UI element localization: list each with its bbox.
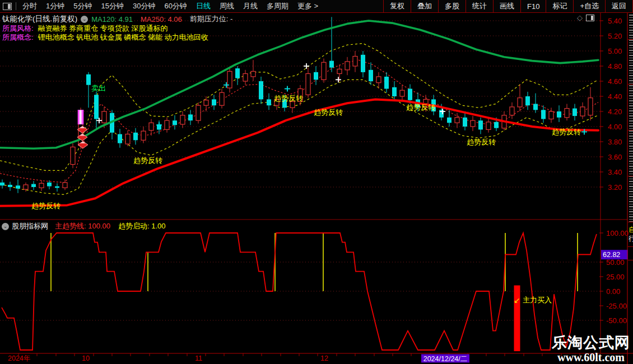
period-tab[interactable]: 日线	[192, 0, 215, 12]
candle	[541, 110, 546, 119]
chart-annotation: 趋势反转	[31, 202, 60, 210]
period-tab[interactable]: 更多 >	[293, 0, 323, 12]
chevron-down-icon[interactable]: ⌄	[81, 16, 88, 23]
date-label: 2024年	[8, 354, 30, 362]
toolbar-button[interactable]: F10	[520, 0, 546, 12]
strip-char-2[interactable]: 行	[629, 234, 633, 244]
candle	[549, 111, 553, 119]
price-tick-label: 4.80	[608, 62, 622, 71]
candle	[204, 100, 208, 105]
candle	[478, 120, 483, 129]
period-tab[interactable]: 30分钟	[128, 0, 160, 12]
watermark-url: www.60lt.com	[550, 351, 632, 363]
chart-annotation: 趋势反转	[314, 108, 343, 116]
toolbar-button[interactable]: 叠加	[411, 0, 438, 12]
toolbar-button[interactable]: 统计	[466, 0, 493, 12]
candle	[533, 104, 538, 110]
selected-date-text: 2024/12/24/二	[423, 355, 468, 363]
candle	[235, 68, 240, 78]
candle	[24, 185, 28, 189]
candle	[8, 185, 12, 187]
candle	[259, 81, 263, 99]
toolbar-button[interactable]: 标记	[546, 0, 573, 12]
candle	[31, 184, 36, 187]
toolbar-buttons: 复权叠加多股统计画线F10标记+自选返回	[383, 0, 633, 12]
chart-annotation: 趋势反转	[552, 128, 581, 136]
candle	[447, 118, 452, 123]
candle	[133, 133, 138, 141]
candle	[267, 99, 271, 105]
toolbar-divider	[16, 2, 16, 10]
period-tab[interactable]: 5分钟	[69, 0, 96, 12]
buy-arrow-icon: ↙	[514, 296, 520, 305]
candle	[243, 74, 248, 82]
candle	[361, 55, 365, 72]
indicator-tick-label: -50.00	[606, 316, 627, 325]
candle	[525, 96, 530, 105]
candle	[486, 122, 491, 130]
top-toolbar: 分时1分钟5分钟15分钟30分钟60分钟日线周线月线多周期更多 > 复权叠加多股…	[0, 0, 633, 13]
period-tab[interactable]: 15分钟	[96, 0, 128, 12]
candle	[557, 111, 561, 118]
price-tick-label: 3.80	[608, 138, 622, 146]
candle	[376, 77, 381, 83]
candle	[0, 183, 4, 185]
candle	[565, 109, 569, 118]
period-tab[interactable]: 60分钟	[160, 0, 191, 12]
candle	[510, 107, 514, 115]
window-split-icon[interactable]	[3, 3, 12, 10]
toolbar-button[interactable]: +自选	[573, 0, 605, 12]
candle	[63, 183, 67, 188]
pressure-level: 前期压力位: -	[190, 14, 233, 24]
strip-divider	[628, 260, 633, 260]
candle	[180, 115, 185, 124]
chart-canvas[interactable]: 5.405.205.004.804.604.404.204.003.803.60…	[0, 0, 633, 364]
period-tab[interactable]: 分时	[18, 0, 41, 12]
concept-label: 所属概念:	[2, 32, 34, 43]
candle	[173, 120, 177, 125]
indicator-name[interactable]: 股朋指标网	[12, 221, 48, 231]
indicator-tick-label: -25.00	[606, 302, 627, 310]
candle	[141, 131, 146, 140]
period-tab[interactable]: 1分钟	[41, 0, 69, 12]
strip-divider	[628, 176, 633, 176]
candle	[392, 87, 397, 96]
concept-values[interactable]: 锂电池概念 钒电池 钛金属 磷概念 储能 动力电池回收	[38, 32, 208, 43]
watermark: 乐淘公式网 www.60lt.com	[550, 334, 632, 363]
candle	[353, 57, 357, 67]
candle	[329, 61, 334, 68]
candle	[463, 118, 467, 127]
toolbar-button[interactable]: 复权	[383, 0, 411, 12]
candle	[47, 183, 52, 186]
candle	[220, 92, 224, 105]
strip-char-1[interactable]: 自	[629, 225, 633, 235]
upper-band-line	[0, 44, 598, 171]
candle	[251, 71, 255, 76]
price-tick-label: 4.60	[608, 77, 622, 86]
candle	[337, 69, 342, 73]
toolbar-button[interactable]: 返回	[605, 0, 633, 12]
period-tab[interactable]: 月线	[239, 0, 262, 12]
candle	[518, 98, 522, 107]
candle	[125, 134, 130, 144]
trend-start-value: 趋势启动: 1.00	[118, 221, 166, 231]
chart-annotation: 趋势反转	[274, 94, 303, 102]
chevron-down-icon[interactable]: ⌄	[2, 223, 9, 230]
toolbar-button[interactable]: 多股	[438, 0, 466, 12]
candle	[345, 62, 350, 70]
period-tab[interactable]: 周线	[215, 0, 239, 12]
chart-annotation: 趋势反转	[133, 156, 162, 165]
period-tab[interactable]: 多周期	[262, 0, 293, 12]
panel-layout-icon[interactable]	[586, 15, 594, 21]
right-sidebar-clipped[interactable]	[629, 15, 633, 223]
candle	[86, 74, 91, 85]
price-tick-label: 5.20	[608, 32, 622, 40]
diamond-tool-icon[interactable]: ◇	[577, 13, 583, 22]
strip-divider	[628, 246, 633, 247]
toolbar-button[interactable]: 画线	[493, 0, 520, 12]
date-label: 11	[195, 354, 202, 362]
candle	[16, 185, 20, 188]
candle	[400, 90, 404, 96]
main-trend-value: 主趋势线: 100.00	[55, 221, 110, 231]
indicator-tick-label: 100.00	[606, 229, 629, 237]
